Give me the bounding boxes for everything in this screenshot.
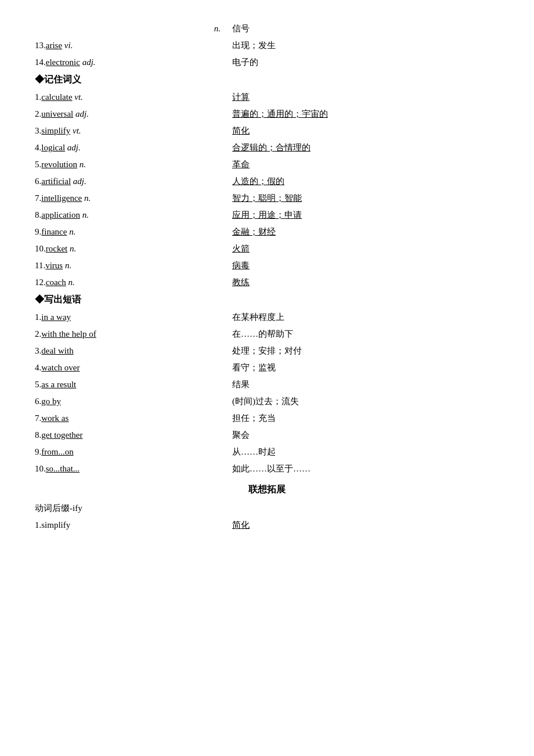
pos-rocket: n. — [70, 244, 76, 253]
phrase-with-the-help-of: with the help of — [41, 329, 96, 339]
s2-item9-left: 9.from...on — [35, 447, 232, 457]
word-application: application — [41, 210, 80, 219]
s2-item1-left: 1.in a way — [35, 312, 232, 322]
section1-item-1: 1.calculate vt. 计算 — [35, 92, 499, 103]
pos-finance: n. — [69, 227, 75, 236]
section2-item-7: 7.work as 担任；充当 — [35, 413, 499, 424]
pos-electronic: adj. — [82, 57, 96, 67]
section1-item-11: 11.virus n. 病毒 — [35, 260, 499, 271]
s2-item7-left: 7.work as — [35, 413, 232, 423]
section1-item-5: 5.revolution n. 革命 — [35, 159, 499, 170]
entry-14-left: 14.electronic adj. — [35, 57, 232, 67]
pos-arise: vi. — [64, 41, 73, 50]
phrase-get-together: get together — [41, 430, 82, 440]
word-simplify: simplify — [41, 126, 70, 135]
s3-item1-right: 简化 — [232, 520, 499, 531]
entry-n: n. 信号 — [35, 23, 499, 34]
pos-virus: n. — [65, 261, 71, 270]
s1-item12-left: 12.coach n. — [35, 278, 232, 287]
section2-item-9: 9.from...on 从……时起 — [35, 447, 499, 458]
entry-n-left: n. — [35, 24, 232, 34]
phrase-in-a-way: in a way — [41, 312, 71, 322]
word-arise: arise — [46, 41, 62, 50]
s2-item8-right: 聚会 — [232, 430, 499, 441]
s1-item9-left: 9.finance n. — [35, 227, 232, 237]
s1-item7-right: 智力；聪明；智能 — [232, 193, 499, 204]
word-electronic: electronic — [46, 57, 80, 67]
section2-item-4: 4.watch over 看守；监视 — [35, 362, 499, 373]
section1-item-10: 10.rocket n. 火箭 — [35, 243, 499, 254]
section1-item-4: 4.logical adj. 合逻辑的；合情理的 — [35, 142, 499, 153]
s1-item8-left: 8.application n. — [35, 210, 232, 220]
section2-item-6: 6.go by (时间)过去；流失 — [35, 396, 499, 407]
entry-13-right: 出现；发生 — [232, 40, 499, 51]
s2-item3-right: 处理；安排；对付 — [232, 345, 499, 357]
s2-item5-left: 5.as a result — [35, 380, 232, 390]
pos-intelligence: n. — [84, 193, 91, 203]
word-virus: virus — [45, 261, 63, 270]
word-universal: universal — [41, 109, 73, 118]
s1-item1-left: 1.calculate vt. — [35, 92, 232, 102]
section1-item-3: 3.simplify vt. 简化 — [35, 125, 499, 136]
section3-subtitle: 动词后缀-ify — [35, 503, 499, 514]
word-intelligence: intelligence — [41, 193, 82, 203]
section2-item-8: 8.get together 聚会 — [35, 430, 499, 441]
phrase-watch-over: watch over — [41, 363, 80, 372]
section3-title: 联想拓展 — [35, 484, 499, 496]
s2-item4-right: 看守；监视 — [232, 362, 499, 373]
section2-item-10: 10.so...that... 如此……以至于…… — [35, 463, 499, 474]
s1-item6-left: 6.artificial adj. — [35, 177, 232, 186]
phrase-work-as: work as — [41, 413, 68, 423]
s2-item7-right: 担任；充当 — [232, 413, 499, 424]
s2-item6-right: (时间)过去；流失 — [232, 396, 499, 407]
section1-header: ◆记住词义 — [35, 74, 499, 86]
phrase-as-a-result: as a result — [41, 380, 76, 389]
section2-header: ◆写出短语 — [35, 294, 499, 306]
section1-item-8: 8.application n. 应用；用途；申请 — [35, 210, 499, 221]
s2-item3-left: 3.deal with — [35, 346, 232, 356]
s2-item8-left: 8.get together — [35, 430, 232, 440]
section1-item-7: 7.intelligence n. 智力；聪明；智能 — [35, 193, 499, 204]
pos-revolution: n. — [80, 160, 86, 169]
phrase-go-by: go by — [41, 397, 61, 406]
s2-item4-left: 4.watch over — [35, 363, 232, 373]
s1-item9-right: 金融；财经 — [232, 226, 499, 237]
s1-item3-left: 3.simplify vt. — [35, 126, 232, 136]
s2-item6-left: 6.go by — [35, 397, 232, 406]
s1-item2-left: 2.universal adj. — [35, 109, 232, 119]
s2-item10-right: 如此……以至于…… — [232, 463, 499, 474]
s1-item5-right: 革命 — [232, 159, 499, 170]
phrase-from-on: from...on — [41, 447, 73, 456]
word-artificial: artificial — [41, 177, 71, 186]
s1-item5-left: 5.revolution n. — [35, 160, 232, 170]
pos-application: n. — [82, 210, 89, 219]
s1-item4-right: 合逻辑的；合情理的 — [232, 142, 499, 153]
section1-item-2: 2.universal adj. 普遍的；通用的；宇宙的 — [35, 109, 499, 120]
section3-item-1: 1.simplify 简化 — [35, 520, 499, 531]
s1-item7-left: 7.intelligence n. — [35, 193, 232, 203]
section2-item-5: 5.as a result 结果 — [35, 379, 499, 390]
word-simplify-s3: simplify — [41, 520, 70, 530]
s1-item10-left: 10.rocket n. — [35, 244, 232, 254]
entry-n-right: 信号 — [232, 23, 499, 34]
section1-item-9: 9.finance n. 金融；财经 — [35, 226, 499, 237]
word-coach: coach — [46, 278, 66, 287]
s2-item2-left: 2.with the help of — [35, 329, 232, 339]
pos-coach: n. — [68, 278, 74, 287]
s1-item12-right: 教练 — [232, 277, 499, 288]
s3-item1-left: 1.simplify — [35, 520, 232, 530]
s1-item11-right: 病毒 — [232, 260, 499, 271]
s2-item10-left: 10.so...that... — [35, 464, 232, 474]
pos-simplify: vt. — [73, 126, 81, 135]
phrase-deal-with: deal with — [41, 346, 73, 355]
s2-item9-right: 从……时起 — [232, 447, 499, 458]
s2-item2-right: 在……的帮助下 — [232, 329, 499, 340]
s1-item10-right: 火箭 — [232, 243, 499, 254]
word-calculate: calculate — [41, 92, 72, 102]
s1-item11-left: 11.virus n. — [35, 261, 232, 271]
entry-14: 14.electronic adj. 电子的 — [35, 57, 499, 68]
s1-item3-right: 简化 — [232, 125, 499, 136]
pos-logical: adj. — [67, 143, 81, 152]
section2-item-3: 3.deal with 处理；安排；对付 — [35, 345, 499, 357]
s1-item8-right: 应用；用途；申请 — [232, 210, 499, 221]
